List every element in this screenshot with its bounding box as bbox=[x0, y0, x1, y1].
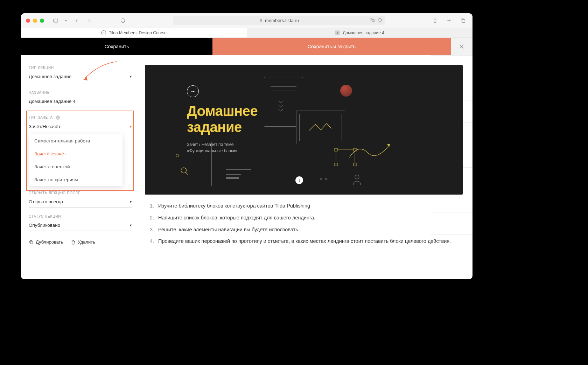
list-text: Напишите список блоков, которые подходят… bbox=[158, 214, 315, 222]
new-tab-icon[interactable] bbox=[444, 16, 454, 25]
hero-title: Домашнеезадание bbox=[187, 103, 258, 135]
tilda-logo-icon: ~ bbox=[187, 85, 199, 97]
instructions-list: 1.Изучите библиотеку блоков конструктора… bbox=[145, 202, 463, 245]
save-and-close-label: Сохранить и закрыть bbox=[308, 44, 356, 49]
svg-rect-2 bbox=[260, 20, 262, 22]
list-item: 4.Проведите ваших персонажей по прототип… bbox=[148, 238, 463, 245]
open-after-select[interactable]: Открыто всегда ▼ bbox=[29, 197, 132, 208]
svg-point-13 bbox=[181, 168, 186, 173]
list-number: 4. bbox=[148, 238, 154, 245]
list-item: 2.Напишите список блоков, которые подход… bbox=[148, 214, 463, 222]
address-text: members.tilda.ru bbox=[265, 18, 299, 23]
field-open-after: ОТКРЫТЬ ЛЕКЦИЮ ПОСЛЕ Открыто всегда ▼ bbox=[29, 191, 132, 208]
field-status: СТАТУС ЛЕКЦИИ Опубликовано ▼ bbox=[29, 215, 132, 231]
list-number: 2. bbox=[148, 214, 154, 222]
tab-label: Домашнее задание 4 bbox=[343, 30, 384, 35]
select-value: Открыто всегда bbox=[29, 199, 63, 204]
decorative-text-icon bbox=[226, 169, 251, 181]
browser-toolbar: members.tilda.ru A bbox=[21, 13, 472, 28]
lecture-type-select[interactable]: Домашнее задание ▼ bbox=[29, 72, 132, 82]
list-number: 1. bbox=[148, 202, 154, 210]
tab-design-course[interactable]: ~ Tilda Members: Design Course bbox=[21, 28, 247, 37]
title-input[interactable]: Домашнее задание 4 bbox=[29, 97, 132, 107]
decorative-arrow-icon bbox=[278, 100, 284, 115]
decorative-planet-icon bbox=[340, 85, 352, 97]
svg-text:A: A bbox=[371, 19, 372, 21]
nav-back-icon[interactable] bbox=[72, 16, 81, 25]
close-icon bbox=[458, 43, 465, 50]
chevron-down-icon: ▼ bbox=[129, 224, 132, 227]
grading-type-select[interactable]: Зачёт/Незачёт ▼ bbox=[29, 122, 132, 132]
decorative-graph-icon bbox=[348, 141, 393, 162]
select-value: Опубликовано bbox=[29, 223, 60, 228]
tilda-favicon-icon: T bbox=[335, 30, 340, 35]
select-value: Домашнее задание bbox=[29, 74, 71, 79]
minimize-window-icon[interactable] bbox=[33, 19, 37, 23]
close-editor-button[interactable] bbox=[451, 38, 472, 55]
dropdown-option[interactable]: Самостоятельная работа bbox=[29, 134, 122, 147]
delete-button[interactable]: Удалить bbox=[71, 239, 95, 245]
shield-icon[interactable] bbox=[118, 16, 127, 25]
tab-homework-4[interactable]: T Домашнее задание 4 bbox=[247, 28, 472, 37]
svg-rect-19 bbox=[354, 163, 356, 166]
status-select[interactable]: Опубликовано ▼ bbox=[29, 220, 132, 231]
select-value: Зачёт/Незачёт bbox=[29, 124, 61, 129]
tabs-overview-icon[interactable] bbox=[458, 16, 468, 25]
share-icon[interactable] bbox=[430, 16, 440, 25]
list-number: 3. bbox=[148, 226, 154, 234]
svg-rect-15 bbox=[335, 148, 337, 151]
dropdown-option-selected[interactable]: Зачёт/Незачёт bbox=[29, 147, 122, 160]
delete-label: Удалить bbox=[78, 239, 95, 245]
reload-icon[interactable] bbox=[378, 18, 382, 23]
grading-type-dropdown: Самостоятельная работа Зачёт/Незачёт Зач… bbox=[29, 134, 122, 186]
svg-rect-4 bbox=[372, 19, 374, 21]
lesson-preview: ~ Домашнеезадание Зачет / Незачет по тем… bbox=[140, 55, 472, 279]
field-title: НАЗВАНИЕ Домашнее задание 4 bbox=[29, 91, 132, 107]
list-item: 1.Изучите библиотеку блоков конструктора… bbox=[148, 202, 463, 210]
decorative-dot-icon bbox=[176, 154, 179, 157]
copy-icon bbox=[29, 240, 34, 245]
trash-MR-icon bbox=[71, 240, 76, 245]
dropdown-option[interactable]: Зачёт с оценкой bbox=[29, 160, 122, 173]
info-icon[interactable]: i bbox=[56, 115, 60, 120]
dropdown-option[interactable]: Зачёт по критериям bbox=[29, 173, 122, 186]
browser-tabbar: ~ Tilda Members: Design Course T Домашне… bbox=[21, 28, 472, 38]
nav-forward-icon[interactable] bbox=[85, 16, 94, 25]
editor-content: ТИП ЛЕКЦИИ Домашнее задание ▼ НАЗВАНИЕ Д… bbox=[21, 55, 472, 279]
tilda-favicon-icon: ~ bbox=[101, 30, 106, 35]
list-item: 3.Решите, какие элементы навигации вы бу… bbox=[148, 226, 463, 234]
svg-point-22 bbox=[355, 175, 359, 179]
field-lecture-type: ТИП ЛЕКЦИИ Домашнее задание ▼ bbox=[29, 66, 132, 82]
duplicate-button[interactable]: Дублировать bbox=[29, 239, 63, 245]
editor-toolbar: Сохранить Сохранить и закрыть bbox=[21, 38, 472, 55]
svg-line-14 bbox=[186, 172, 188, 175]
save-button[interactable]: Сохранить bbox=[21, 38, 212, 55]
translate-icon[interactable]: A bbox=[370, 18, 375, 23]
address-bar[interactable]: members.tilda.ru A bbox=[173, 16, 385, 25]
chevron-down-icon: ▼ bbox=[129, 75, 132, 78]
svg-rect-8 bbox=[462, 19, 465, 22]
svg-rect-0 bbox=[54, 19, 58, 22]
field-label: ТИП ЗАЧЁТА i bbox=[29, 115, 132, 120]
field-label: СТАТУС ЛЕКЦИИ bbox=[29, 215, 132, 218]
duplicate-label: Дублировать bbox=[36, 239, 63, 245]
list-text: Решите, какие элементы навигации вы буде… bbox=[158, 226, 300, 234]
field-label: ОТКРЫТЬ ЛЕКЦИЮ ПОСЛЕ bbox=[29, 191, 132, 195]
decorative-magnifier-icon bbox=[180, 167, 189, 176]
hero-card: ~ Домашнеезадание Зачет / Незачет по тем… bbox=[145, 65, 463, 195]
decorative-download-icon: ↓ bbox=[295, 176, 303, 184]
svg-marker-23 bbox=[387, 144, 390, 147]
browser-window: members.tilda.ru A ~ bbox=[21, 13, 472, 279]
decorative-image-icon bbox=[296, 111, 345, 144]
decorative-user-icon bbox=[352, 174, 362, 185]
window-controls bbox=[26, 19, 44, 23]
maximize-window-icon[interactable] bbox=[40, 19, 44, 23]
save-and-close-button[interactable]: Сохранить и закрыть bbox=[212, 38, 451, 55]
tab-label: Tilda Members: Design Course bbox=[109, 30, 167, 35]
field-label: НАЗВАНИЕ bbox=[29, 91, 132, 94]
sidebar-toggle-icon[interactable] bbox=[51, 16, 60, 25]
close-window-icon[interactable] bbox=[26, 19, 30, 23]
field-grading-type: ТИП ЗАЧЁТА i Зачёт/Незачёт ▼ Самостоятел… bbox=[29, 115, 132, 132]
chevron-down-icon[interactable] bbox=[64, 16, 69, 25]
sidebar-actions: Дублировать Удалить bbox=[29, 239, 132, 245]
